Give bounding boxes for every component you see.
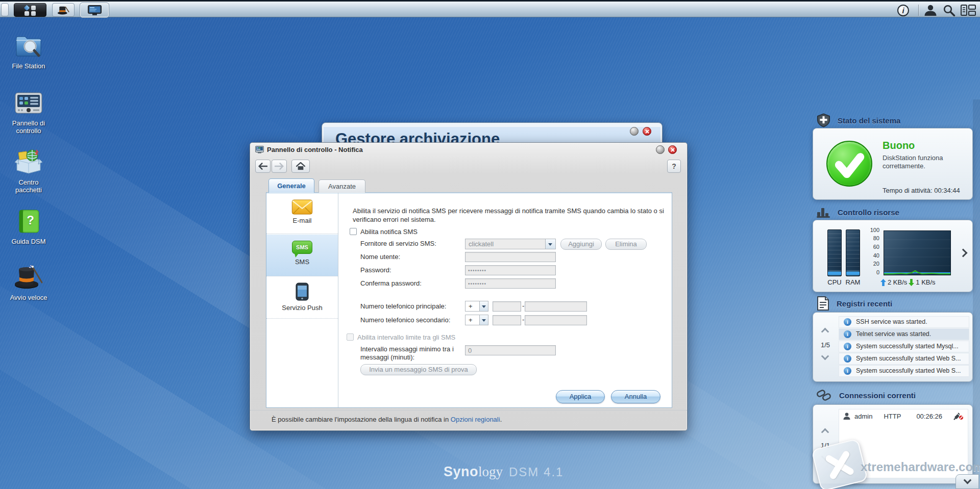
health-info-button[interactable]: i xyxy=(897,4,909,16)
magic-hat-icon xyxy=(53,4,74,16)
uptime-label: Tempo di attività: 00:34:44 xyxy=(883,187,960,194)
minimize-button[interactable] xyxy=(656,145,665,154)
minimize-button[interactable] xyxy=(630,127,639,136)
connection-duration: 00:26:26 xyxy=(916,413,942,420)
info-icon: i xyxy=(844,318,851,326)
forward-arrow-icon xyxy=(275,163,284,170)
page-up-chevron[interactable] xyxy=(821,428,829,436)
primary-country-code-select[interactable]: + xyxy=(465,301,488,312)
email-icon xyxy=(291,199,313,215)
dialog-content: E-mail SMS SMS xyxy=(266,192,672,408)
pilot-view-button[interactable] xyxy=(961,4,976,16)
back-arrow-icon xyxy=(258,163,267,170)
desktop-icon-dsm-help[interactable]: ? Guida DSM xyxy=(2,209,55,245)
cancel-button[interactable]: Annulla xyxy=(611,390,660,403)
upload-arrow-icon xyxy=(880,279,886,286)
home-icon xyxy=(296,162,305,170)
sidebar-item-email[interactable]: E-mail xyxy=(266,193,338,234)
interval-label: Intervallo messaggi minimo tra i messagg… xyxy=(360,345,465,362)
enable-sms-checkbox[interactable] xyxy=(350,228,357,235)
desktop-icon-package-center[interactable]: Centro pacchetti xyxy=(2,149,55,194)
system-status-card: Buono DiskStation funziona correttamente… xyxy=(813,128,973,200)
show-desktop-button[interactable] xyxy=(1,3,9,16)
desktop: i xyxy=(0,0,980,489)
sms-description: Abilita il servizio di notifica SMS per … xyxy=(353,207,684,224)
status-ok-icon xyxy=(826,141,872,187)
desktop-icon-quick-start[interactable]: Avvio veloce xyxy=(2,264,55,301)
main-menu-button[interactable] xyxy=(14,3,46,17)
user-menu-button[interactable] xyxy=(924,4,937,16)
page-down-chevron[interactable] xyxy=(821,453,829,461)
axis-tick: 0 xyxy=(865,269,879,275)
home-button[interactable] xyxy=(291,160,310,173)
dsm-brand-logo: SynologyDSM 4.1 xyxy=(444,464,564,480)
add-provider-button[interactable]: Aggiungi xyxy=(560,239,602,250)
dropdown-button[interactable] xyxy=(479,315,488,325)
package-center-icon xyxy=(14,149,43,174)
secondary-phone-area-input[interactable] xyxy=(493,315,521,325)
regional-options-link[interactable]: Opzioni regionali xyxy=(451,416,500,423)
pilot-view-icon xyxy=(961,5,976,16)
dropdown-button[interactable] xyxy=(479,301,488,311)
quick-start-task-button[interactable] xyxy=(52,3,75,17)
tab-avanzate[interactable]: Avanzate xyxy=(318,179,365,193)
log-row[interactable]: iSystem successfully started Web S... xyxy=(839,365,969,377)
page-down-chevron[interactable] xyxy=(821,352,829,361)
primary-phone-number-input[interactable] xyxy=(525,301,587,312)
disconnect-icon[interactable] xyxy=(953,412,964,420)
sidebar-item-push[interactable]: Servizio Push xyxy=(266,277,338,319)
delete-provider-button[interactable]: Elimina xyxy=(605,239,647,250)
desktop-icon-control-panel[interactable]: Pannello di controllo xyxy=(2,91,55,135)
log-row[interactable]: iSystem successfully started Web S... xyxy=(839,353,969,365)
help-button[interactable]: ? xyxy=(667,160,681,173)
confirm-password-input[interactable]: •••••••• xyxy=(465,278,556,289)
page-up-chevron[interactable] xyxy=(821,328,829,336)
dialog-title: Pannello di controllo - Notifica xyxy=(267,146,363,153)
provider-select[interactable]: clickatell xyxy=(465,239,556,249)
connection-row[interactable]: admin HTTP 00:26:26 xyxy=(839,409,968,423)
main-menu-icon xyxy=(24,5,37,16)
close-button[interactable] xyxy=(668,145,677,154)
axis-tick: 20 xyxy=(865,261,879,267)
phone-separator: - xyxy=(522,316,524,323)
close-button[interactable] xyxy=(643,127,651,136)
control-panel-task-button[interactable] xyxy=(80,3,109,17)
dropdown-button[interactable] xyxy=(545,239,555,249)
forward-button[interactable] xyxy=(272,160,287,173)
widget-panel-collapse-button[interactable] xyxy=(955,474,979,489)
sidebar-item-sms[interactable]: SMS SMS xyxy=(266,235,338,276)
next-page-chevron[interactable] xyxy=(959,249,968,258)
tab-generale[interactable]: Generale xyxy=(268,178,314,193)
search-button[interactable] xyxy=(943,4,955,16)
interval-limit-checkbox[interactable] xyxy=(347,333,354,341)
primary-phone-area-input[interactable] xyxy=(493,301,521,312)
connections-list: admin HTTP 00:26:26 xyxy=(839,409,968,478)
brand-version: DSM 4.1 xyxy=(509,465,564,479)
apply-button[interactable]: Applica xyxy=(556,390,605,403)
interval-input[interactable]: 0 xyxy=(465,345,556,355)
secondary-country-code-select[interactable]: + xyxy=(465,315,488,325)
widget-title: Controllo risorse xyxy=(838,208,899,217)
upload-speed: 2 KB/s xyxy=(888,278,907,286)
log-row[interactable]: iTelnet service was started. xyxy=(839,328,969,340)
cpu-label: CPU xyxy=(824,278,845,286)
recent-logs-header: Registri recenti xyxy=(817,296,892,311)
send-test-sms-button[interactable]: Invia un messaggio SMS di prova xyxy=(360,364,477,375)
cpu-usage-bar xyxy=(827,229,842,276)
back-button[interactable] xyxy=(255,160,271,173)
secondary-phone-number-input[interactable] xyxy=(525,315,587,325)
log-document-icon xyxy=(817,296,829,311)
username-input[interactable] xyxy=(465,252,556,262)
page-indicator: 1/1 xyxy=(813,442,838,449)
log-row[interactable]: iSSH service was started. xyxy=(839,316,969,328)
dialog-titlebar: Pannello di controllo - Notifica xyxy=(255,146,363,153)
log-row[interactable]: iSystem successfully started Mysql... xyxy=(839,341,969,352)
push-phone-icon xyxy=(296,282,309,301)
desktop-icon-file-station[interactable]: File Station xyxy=(2,34,55,70)
secondary-phone-label: Numero telefonico secondario: xyxy=(360,316,450,324)
info-icon: i xyxy=(844,330,851,338)
password-input[interactable]: •••••••• xyxy=(465,265,556,275)
axis-tick: 100 xyxy=(865,227,879,233)
primary-phone-label: Numero telefonico principale: xyxy=(360,302,446,310)
widget-panel-edge xyxy=(973,99,980,489)
